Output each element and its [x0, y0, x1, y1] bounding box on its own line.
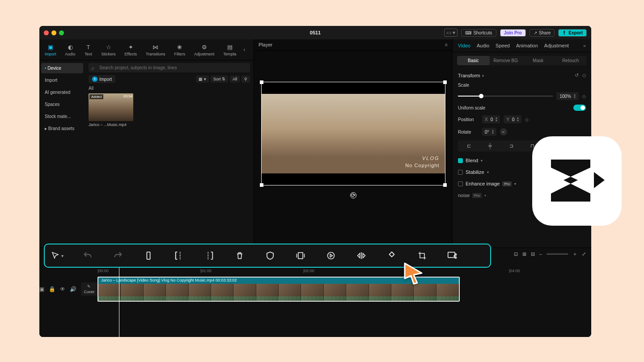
rotate-minus-button[interactable]: −	[500, 128, 507, 135]
shield-icon[interactable]	[264, 249, 276, 262]
playhead[interactable]	[119, 260, 119, 337]
stabilize-checkbox[interactable]	[458, 170, 463, 175]
resize-handle-tl[interactable]	[260, 80, 263, 84]
search-input[interactable]	[89, 63, 250, 72]
scale-slider[interactable]	[458, 96, 553, 97]
zoom-in-icon[interactable]: ＋	[572, 251, 577, 257]
capcut-logo-icon	[532, 136, 622, 226]
inspector-tab-audio[interactable]: Audio	[477, 43, 489, 48]
tutorial-cursor-icon	[401, 261, 426, 287]
source-brand-assets[interactable]: ▸ Brand assets	[41, 123, 83, 134]
app-window: 0511 ▭ ▾ ⌨ Shortcuts Join Pro ↗ Share ⭱ …	[39, 26, 591, 337]
scale-value-input[interactable]: 100%▴▾	[556, 92, 579, 100]
zoom-out-icon[interactable]: −	[539, 252, 542, 257]
maximize-window-icon[interactable]	[59, 30, 64, 35]
timeline-tool-c-icon[interactable]: ⊟	[531, 251, 535, 257]
uniform-scale-toggle[interactable]	[573, 105, 586, 111]
rotate-input[interactable]: 0°▴▾	[482, 128, 496, 136]
trim-left-icon[interactable]	[173, 249, 185, 262]
split-icon[interactable]	[142, 249, 155, 262]
rotate-icon[interactable]	[386, 249, 398, 262]
join-pro-button[interactable]: Join Pro	[500, 29, 526, 37]
mirror-icon[interactable]	[355, 249, 368, 262]
tab-audio[interactable]: ◐Audio	[63, 41, 78, 58]
resize-handle-tr[interactable]	[443, 80, 447, 84]
enhance-checkbox[interactable]	[458, 181, 463, 186]
mute-icon[interactable]: 🔊	[70, 286, 76, 292]
timeline-ruler[interactable]: |00:00 |01:00 |02:00 |04:00	[39, 267, 591, 277]
tab-text[interactable]: TText	[82, 41, 95, 58]
undo-icon[interactable]	[81, 249, 94, 262]
position-y-input[interactable]: Y0▴▾	[504, 115, 521, 123]
inspector-more-icon[interactable]: »	[583, 43, 586, 48]
view-grid-icon[interactable]: ▦ ▾	[196, 76, 209, 83]
subtab-mask[interactable]: Mask	[522, 56, 555, 65]
delete-icon[interactable]	[233, 249, 246, 262]
source-stock[interactable]: Stock mate...	[41, 111, 83, 122]
media-thumbnail[interactable]: Added 03:34 Jarico – ...Music.mp4	[89, 93, 133, 127]
reset-icon[interactable]: ↺	[575, 72, 579, 78]
resize-handle-bl[interactable]	[260, 183, 263, 187]
speed-icon[interactable]	[325, 249, 337, 262]
track-option-icon[interactable]: ▣	[39, 286, 44, 292]
align-left-icon[interactable]: ⊏	[460, 142, 478, 150]
window-title: 0511	[310, 30, 321, 35]
tab-templates[interactable]: ▤Templa	[220, 41, 239, 58]
media-section-label: All	[89, 86, 250, 91]
align-hcenter-icon[interactable]: ╪	[481, 142, 499, 150]
more-tabs-icon[interactable]: ›	[242, 46, 246, 53]
sort-button[interactable]: Sort ⇅	[211, 76, 228, 83]
redo-icon[interactable]	[112, 249, 124, 262]
share-button[interactable]: ↗ Share	[530, 29, 555, 37]
tab-transitions[interactable]: ⋈Transitions	[143, 41, 168, 58]
import-media-button[interactable]: +Import	[89, 75, 115, 83]
tab-adjustment[interactable]: ⚙Adjustment	[191, 41, 217, 58]
filter-all-button[interactable]: All	[230, 76, 240, 83]
resize-handle-br[interactable]	[443, 183, 447, 187]
source-ai-generated[interactable]: AI generated	[41, 87, 83, 97]
tab-stickers[interactable]: ☆Stickers	[99, 41, 119, 58]
subtab-retouch[interactable]: Retouch	[555, 56, 587, 65]
tab-import[interactable]: ▣Import	[42, 41, 59, 58]
timeline-tool-a-icon[interactable]: ⊡	[514, 251, 518, 257]
zoom-fit-icon[interactable]: ⤢	[582, 251, 586, 257]
source-spaces[interactable]: Spaces	[41, 99, 83, 109]
video-preview[interactable]: VLOG No Copyright ⟳	[261, 82, 445, 185]
inspector-tab-video[interactable]: Video	[458, 43, 470, 48]
rotate-handle-icon[interactable]: ⟳	[350, 192, 356, 198]
timeline-tool-b-icon[interactable]: ⊞	[522, 251, 526, 257]
auto-cut-icon[interactable]	[446, 249, 459, 262]
position-x-input[interactable]: X0▴▾	[482, 115, 500, 123]
source-device[interactable]: • Device	[41, 63, 83, 73]
stickers-icon: ☆	[105, 43, 113, 51]
pointer-tool-icon[interactable]: ▾	[51, 249, 64, 262]
eye-icon[interactable]: 👁	[60, 286, 65, 292]
inspector-tab-animation[interactable]: Animation	[516, 43, 538, 48]
keyframe-icon[interactable]: ◇	[582, 72, 586, 78]
blend-checkbox[interactable]	[458, 158, 463, 163]
tab-effects[interactable]: ✦Effects	[122, 41, 140, 58]
lock-icon[interactable]: 🔒	[49, 286, 55, 292]
align-right-icon[interactable]: ⊐	[502, 142, 521, 150]
subtab-remove-bg[interactable]: Remove BG	[490, 56, 522, 65]
close-window-icon[interactable]	[44, 30, 49, 35]
export-button[interactable]: ⭱ Export	[558, 29, 587, 37]
subtab-basic[interactable]: Basic	[457, 56, 490, 65]
frame-icon[interactable]	[294, 249, 307, 262]
minimize-window-icon[interactable]	[51, 30, 56, 35]
inspector-tab-speed[interactable]: Speed	[496, 43, 510, 48]
cover-button[interactable]: ✎Cover	[81, 282, 97, 296]
aspect-ratio-icon[interactable]: ▭ ▾	[444, 29, 458, 37]
zoom-slider[interactable]	[547, 253, 568, 255]
crop-tool-icon[interactable]	[416, 249, 428, 262]
shortcuts-button[interactable]: ⌨ Shortcuts	[461, 29, 496, 37]
tab-filters[interactable]: ❀Filters	[172, 41, 188, 58]
transform-header[interactable]: Transform▴ ↺◇	[458, 72, 586, 78]
player-menu-icon[interactable]: ≡	[445, 42, 448, 47]
source-import[interactable]: Import	[41, 75, 83, 85]
filter-icon[interactable]: ⚲	[242, 76, 250, 83]
scale-keyframe-icon[interactable]: ◇	[582, 94, 586, 99]
inspector-tab-adjustment[interactable]: Adjustment	[544, 43, 569, 48]
trim-right-icon[interactable]	[203, 249, 216, 262]
position-keyframe-icon[interactable]: ◇	[525, 117, 529, 122]
